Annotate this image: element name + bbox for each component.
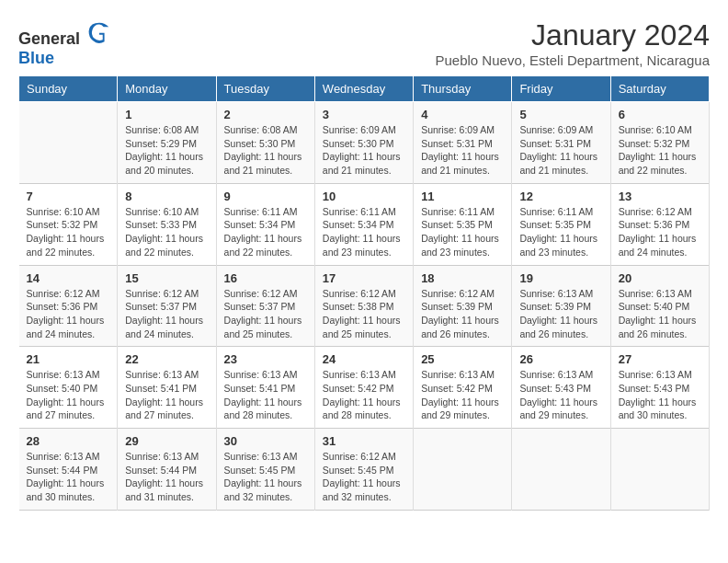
- day-number: 12: [519, 190, 602, 203]
- main-title: January 2024: [436, 18, 711, 52]
- day-number: 29: [125, 434, 208, 448]
- day-number: 19: [519, 271, 602, 285]
- calendar-day-cell: 5Sunrise: 6:09 AMSunset: 5:31 PMDaylight…: [512, 102, 610, 184]
- logo: General Blue: [18, 18, 112, 68]
- calendar-header-row: SundayMondayTuesdayWednesdayThursdayFrid…: [19, 76, 710, 102]
- day-number: 20: [619, 271, 701, 285]
- day-info: Sunrise: 6:11 AMSunset: 5:34 PMDaylight:…: [224, 205, 307, 259]
- calendar-day-cell: 27Sunrise: 6:13 AMSunset: 5:43 PMDayligh…: [610, 347, 709, 429]
- subtitle: Pueblo Nuevo, Esteli Department, Nicarag…: [436, 52, 711, 68]
- calendar-day-cell: [512, 429, 610, 511]
- calendar-day-cell: [19, 102, 118, 184]
- logo-icon: [86, 18, 112, 44]
- day-number: 3: [323, 108, 405, 121]
- calendar-day-cell: 21Sunrise: 6:13 AMSunset: 5:40 PMDayligh…: [19, 347, 118, 429]
- day-info: Sunrise: 6:13 AMSunset: 5:41 PMDaylight:…: [224, 368, 307, 422]
- day-number: 21: [27, 352, 110, 366]
- calendar-header-cell: Sunday: [19, 76, 118, 102]
- logo-text: General Blue: [18, 18, 112, 68]
- day-info: Sunrise: 6:12 AMSunset: 5:36 PMDaylight:…: [619, 205, 701, 259]
- calendar-day-cell: 8Sunrise: 6:10 AMSunset: 5:33 PMDaylight…: [118, 183, 216, 265]
- calendar-day-cell: 7Sunrise: 6:10 AMSunset: 5:32 PMDaylight…: [19, 183, 118, 265]
- day-number: 25: [421, 352, 504, 366]
- calendar-week-row: 28Sunrise: 6:13 AMSunset: 5:44 PMDayligh…: [19, 429, 710, 511]
- day-number: 28: [27, 434, 110, 448]
- day-number: 6: [619, 108, 701, 121]
- day-info: Sunrise: 6:13 AMSunset: 5:44 PMDaylight:…: [125, 450, 208, 504]
- day-number: 31: [323, 434, 405, 448]
- calendar-header-cell: Wednesday: [314, 76, 413, 102]
- calendar-day-cell: 13Sunrise: 6:12 AMSunset: 5:36 PMDayligh…: [610, 183, 709, 265]
- calendar-day-cell: 2Sunrise: 6:08 AMSunset: 5:30 PMDaylight…: [216, 102, 314, 184]
- day-number: 26: [519, 352, 602, 366]
- calendar-day-cell: 3Sunrise: 6:09 AMSunset: 5:30 PMDaylight…: [314, 102, 413, 184]
- day-number: 13: [619, 190, 701, 203]
- calendar-day-cell: 4Sunrise: 6:09 AMSunset: 5:31 PMDaylight…: [414, 102, 512, 184]
- day-info: Sunrise: 6:13 AMSunset: 5:39 PMDaylight:…: [519, 287, 602, 341]
- day-info: Sunrise: 6:08 AMSunset: 5:30 PMDaylight:…: [224, 123, 307, 178]
- calendar-day-cell: 23Sunrise: 6:13 AMSunset: 5:41 PMDayligh…: [216, 347, 314, 429]
- calendar-day-cell: 10Sunrise: 6:11 AMSunset: 5:34 PMDayligh…: [314, 183, 413, 265]
- calendar-day-cell: 16Sunrise: 6:12 AMSunset: 5:37 PMDayligh…: [216, 265, 314, 347]
- day-info: Sunrise: 6:12 AMSunset: 5:37 PMDaylight:…: [125, 287, 208, 341]
- day-info: Sunrise: 6:11 AMSunset: 5:35 PMDaylight:…: [421, 205, 504, 259]
- day-number: 7: [27, 190, 110, 203]
- calendar-body: 1Sunrise: 6:08 AMSunset: 5:29 PMDaylight…: [19, 102, 710, 511]
- day-info: Sunrise: 6:10 AMSunset: 5:32 PMDaylight:…: [27, 205, 110, 259]
- day-number: 2: [224, 108, 307, 121]
- calendar-day-cell: 12Sunrise: 6:11 AMSunset: 5:35 PMDayligh…: [512, 183, 610, 265]
- day-number: 11: [421, 190, 504, 203]
- calendar-week-row: 1Sunrise: 6:08 AMSunset: 5:29 PMDaylight…: [19, 102, 710, 184]
- calendar-header-cell: Tuesday: [216, 76, 314, 102]
- calendar-day-cell: 11Sunrise: 6:11 AMSunset: 5:35 PMDayligh…: [414, 183, 512, 265]
- calendar-day-cell: 29Sunrise: 6:13 AMSunset: 5:44 PMDayligh…: [118, 429, 216, 511]
- calendar-day-cell: 26Sunrise: 6:13 AMSunset: 5:43 PMDayligh…: [512, 347, 610, 429]
- day-info: Sunrise: 6:11 AMSunset: 5:35 PMDaylight:…: [519, 205, 602, 259]
- calendar-week-row: 14Sunrise: 6:12 AMSunset: 5:36 PMDayligh…: [19, 265, 710, 347]
- day-info: Sunrise: 6:13 AMSunset: 5:40 PMDaylight:…: [27, 368, 110, 422]
- day-number: 14: [27, 271, 110, 285]
- calendar-day-cell: 1Sunrise: 6:08 AMSunset: 5:29 PMDaylight…: [118, 102, 216, 184]
- day-info: Sunrise: 6:13 AMSunset: 5:42 PMDaylight:…: [323, 368, 405, 422]
- day-number: 1: [125, 108, 208, 121]
- day-info: Sunrise: 6:08 AMSunset: 5:29 PMDaylight:…: [125, 123, 208, 178]
- calendar-day-cell: 20Sunrise: 6:13 AMSunset: 5:40 PMDayligh…: [610, 265, 709, 347]
- day-info: Sunrise: 6:13 AMSunset: 5:40 PMDaylight:…: [619, 287, 701, 341]
- logo-general: General: [18, 29, 80, 48]
- day-number: 24: [323, 352, 405, 366]
- calendar-day-cell: 18Sunrise: 6:12 AMSunset: 5:39 PMDayligh…: [414, 265, 512, 347]
- day-info: Sunrise: 6:13 AMSunset: 5:45 PMDaylight:…: [224, 450, 307, 504]
- calendar-week-row: 7Sunrise: 6:10 AMSunset: 5:32 PMDaylight…: [19, 183, 710, 265]
- day-info: Sunrise: 6:13 AMSunset: 5:43 PMDaylight:…: [519, 368, 602, 422]
- day-info: Sunrise: 6:11 AMSunset: 5:34 PMDaylight:…: [323, 205, 405, 259]
- day-number: 27: [619, 352, 701, 366]
- day-number: 8: [125, 190, 208, 203]
- day-number: 9: [224, 190, 307, 203]
- calendar-day-cell: 6Sunrise: 6:10 AMSunset: 5:32 PMDaylight…: [610, 102, 709, 184]
- day-info: Sunrise: 6:09 AMSunset: 5:31 PMDaylight:…: [421, 123, 504, 178]
- calendar-header-cell: Friday: [512, 76, 610, 102]
- day-info: Sunrise: 6:12 AMSunset: 5:39 PMDaylight:…: [421, 287, 504, 341]
- calendar-week-row: 21Sunrise: 6:13 AMSunset: 5:40 PMDayligh…: [19, 347, 710, 429]
- calendar-day-cell: 22Sunrise: 6:13 AMSunset: 5:41 PMDayligh…: [118, 347, 216, 429]
- day-number: 18: [421, 271, 504, 285]
- calendar-day-cell: 24Sunrise: 6:13 AMSunset: 5:42 PMDayligh…: [314, 347, 413, 429]
- calendar-day-cell: 30Sunrise: 6:13 AMSunset: 5:45 PMDayligh…: [216, 429, 314, 511]
- day-info: Sunrise: 6:12 AMSunset: 5:37 PMDaylight:…: [224, 287, 307, 341]
- day-info: Sunrise: 6:13 AMSunset: 5:44 PMDaylight:…: [27, 450, 110, 504]
- day-info: Sunrise: 6:09 AMSunset: 5:31 PMDaylight:…: [519, 123, 602, 178]
- day-info: Sunrise: 6:12 AMSunset: 5:36 PMDaylight:…: [27, 287, 110, 341]
- calendar-day-cell: 28Sunrise: 6:13 AMSunset: 5:44 PMDayligh…: [19, 429, 118, 511]
- day-info: Sunrise: 6:13 AMSunset: 5:41 PMDaylight:…: [125, 368, 208, 422]
- day-info: Sunrise: 6:12 AMSunset: 5:45 PMDaylight:…: [323, 450, 405, 504]
- logo-blue: Blue: [18, 49, 54, 67]
- day-number: 22: [125, 352, 208, 366]
- day-info: Sunrise: 6:12 AMSunset: 5:38 PMDaylight:…: [323, 287, 405, 341]
- day-number: 15: [125, 271, 208, 285]
- calendar-header-cell: Monday: [118, 76, 216, 102]
- calendar-day-cell: 19Sunrise: 6:13 AMSunset: 5:39 PMDayligh…: [512, 265, 610, 347]
- calendar-day-cell: 14Sunrise: 6:12 AMSunset: 5:36 PMDayligh…: [19, 265, 118, 347]
- day-number: 5: [519, 108, 602, 121]
- day-info: Sunrise: 6:09 AMSunset: 5:30 PMDaylight:…: [323, 123, 405, 178]
- title-section: January 2024 Pueblo Nuevo, Esteli Depart…: [436, 18, 711, 68]
